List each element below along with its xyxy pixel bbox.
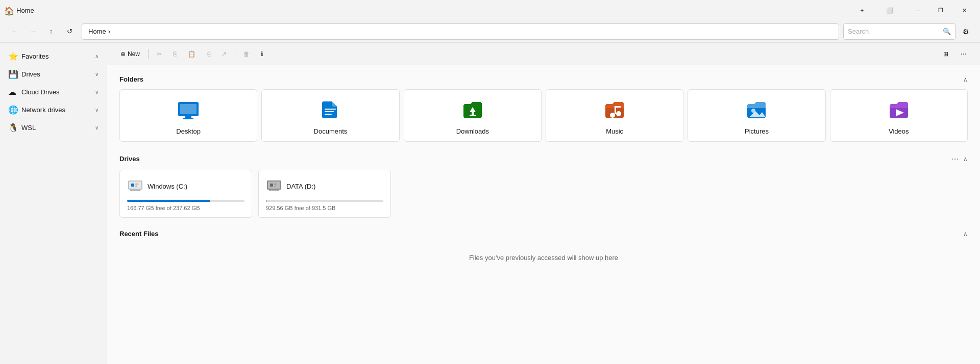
toolbar: ⊕ New ✂ ⎘ 📋 ⎗ ↗ 🗑 ℹ xyxy=(107,43,980,65)
folder-downloads[interactable]: Downloads xyxy=(404,89,542,142)
network-drives-chevron: ∨ xyxy=(95,107,99,113)
share-icon: ↗ xyxy=(222,50,227,58)
sidebar-drives[interactable]: 💾 Drives ∨ xyxy=(2,65,105,83)
svg-rect-23 xyxy=(130,190,132,191)
folders-grid: Desktop Documents xyxy=(119,89,968,142)
favorites-chevron: ∧ xyxy=(95,54,99,59)
drives-chevron: ∨ xyxy=(95,71,99,77)
forward-button[interactable]: → xyxy=(24,23,41,40)
back-button[interactable]: ← xyxy=(6,23,22,40)
paste-icon: 📋 xyxy=(188,50,195,58)
svg-rect-30 xyxy=(271,190,277,191)
folder-desktop[interactable]: Desktop xyxy=(119,89,257,142)
search-bar[interactable]: Search 🔍 xyxy=(843,23,955,40)
svg-rect-32 xyxy=(277,190,279,191)
toolbar-separator-2 xyxy=(235,49,235,59)
music-folder-icon xyxy=(603,98,626,123)
address-bar[interactable]: Home › xyxy=(82,23,839,40)
drives-more[interactable]: ⋯ xyxy=(951,154,959,164)
folder-music[interactable]: Music xyxy=(546,89,683,142)
pictures-folder-icon xyxy=(745,98,768,123)
sidebar: ⭐ Favorites ∧ 💾 Drives ∨ ☁ Cloud Drives … xyxy=(0,43,107,364)
cut-button[interactable]: ✂ xyxy=(152,46,167,62)
app-icon: 🏠 xyxy=(4,6,12,14)
close-button[interactable]: ✕ xyxy=(952,0,976,20)
details-icon: ℹ xyxy=(261,50,263,58)
recent-files-section-header: Recent Files ∧ xyxy=(119,230,968,238)
svg-rect-21 xyxy=(135,186,137,187)
new-tab-button[interactable]: ⬜ xyxy=(878,0,901,20)
recent-files-empty: Files you've previously accessed will sh… xyxy=(119,244,968,272)
copy-button[interactable]: ⎘ xyxy=(168,46,182,62)
sidebar-cloud-drives[interactable]: ☁ Cloud Drives ∨ xyxy=(2,83,105,100)
refresh-button[interactable]: ↺ xyxy=(61,23,78,40)
svg-point-10 xyxy=(610,113,615,118)
svg-rect-19 xyxy=(131,184,134,187)
svg-rect-1 xyxy=(180,104,197,114)
drive-d-info: 929.56 GB free of 931.5 GB xyxy=(266,205,383,211)
folder-pictures[interactable]: Pictures xyxy=(688,89,825,142)
videos-folder-name: Videos xyxy=(889,127,909,135)
window-controls: — ❐ ✕ xyxy=(905,0,976,20)
cloud-drives-chevron: ∨ xyxy=(95,89,99,95)
folders-collapse[interactable]: ∧ xyxy=(963,76,968,83)
folder-videos[interactable]: Videos xyxy=(830,89,968,142)
drive-d-header: DATA (D:) xyxy=(266,176,383,196)
delete-button[interactable]: 🗑 xyxy=(238,46,255,62)
network-drives-icon: 🌐 xyxy=(8,105,17,114)
new-button[interactable]: ⊕ New xyxy=(115,46,145,62)
svg-rect-2 xyxy=(185,116,191,118)
restore-button[interactable]: ❐ xyxy=(929,0,952,20)
drive-c-icon xyxy=(127,176,143,196)
recent-files-collapse[interactable]: ∧ xyxy=(963,230,968,238)
svg-rect-18 xyxy=(129,181,141,189)
drives-collapse[interactable]: ∧ xyxy=(963,155,968,163)
svg-rect-28 xyxy=(274,184,277,185)
drives-header-right: ⋯ ∧ xyxy=(951,154,968,164)
music-folder-name: Music xyxy=(606,127,623,135)
drive-c-bar-fill xyxy=(127,200,210,202)
svg-rect-13 xyxy=(615,106,621,108)
settings-button[interactable]: ⚙ xyxy=(958,23,974,40)
svg-rect-22 xyxy=(132,190,138,191)
drives-title: Drives xyxy=(119,155,140,163)
content-area: Folders ∧ Desktop xyxy=(107,65,980,364)
svg-rect-24 xyxy=(138,190,140,191)
copy-path-button[interactable]: ⎗ xyxy=(202,46,215,62)
copy-path-icon: ⎗ xyxy=(207,50,210,58)
sidebar-wsl[interactable]: 🐧 WSL ∨ xyxy=(2,119,105,136)
favorites-label: Favorites xyxy=(21,53,91,60)
address-path: Home xyxy=(88,28,106,35)
sidebar-network-drives[interactable]: 🌐 Network drives ∨ xyxy=(2,101,105,118)
search-placeholder: Search xyxy=(848,28,869,35)
cut-icon: ✂ xyxy=(157,50,162,58)
minimize-button[interactable]: — xyxy=(905,0,929,20)
downloads-folder-icon xyxy=(461,98,484,123)
up-button[interactable]: ↑ xyxy=(43,23,59,40)
svg-rect-29 xyxy=(274,186,276,187)
details-button[interactable]: ℹ xyxy=(256,46,268,62)
cloud-drives-icon: ☁ xyxy=(8,87,17,96)
drive-d[interactable]: DATA (D:) 929.56 GB free of 931.5 GB xyxy=(258,170,391,218)
desktop-folder-icon xyxy=(177,98,200,123)
wsl-icon: 🐧 xyxy=(8,123,17,132)
delete-icon: 🗑 xyxy=(243,50,250,58)
more-button[interactable]: ⋯ xyxy=(955,46,972,62)
svg-rect-8 xyxy=(472,112,474,115)
svg-rect-27 xyxy=(270,184,273,187)
svg-point-11 xyxy=(616,111,621,116)
drive-d-bar-bg xyxy=(266,200,383,202)
view-button[interactable]: ⊞ xyxy=(938,46,953,62)
drives-icon: 💾 xyxy=(8,69,17,79)
nav-bar: ← → ↑ ↺ Home › Search 🔍 ⚙ xyxy=(0,20,980,43)
svg-rect-31 xyxy=(269,190,271,191)
drive-c[interactable]: Windows (C:) 166.77 GB free of 237.62 GB xyxy=(119,170,252,218)
downloads-folder-name: Downloads xyxy=(456,127,489,135)
share-button[interactable]: ↗ xyxy=(216,46,232,62)
sidebar-favorites[interactable]: ⭐ Favorites ∧ xyxy=(2,47,105,65)
folder-documents[interactable]: Documents xyxy=(261,89,399,142)
pictures-folder-name: Pictures xyxy=(745,127,769,135)
add-tab-button[interactable]: + xyxy=(850,0,874,20)
paste-button[interactable]: 📋 xyxy=(183,46,201,62)
drive-c-header: Windows (C:) xyxy=(127,176,244,196)
